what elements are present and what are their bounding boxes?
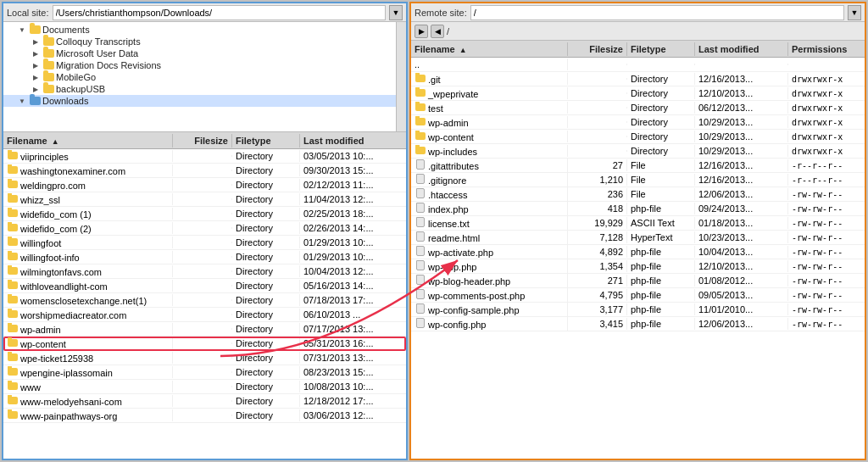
right-file-modified: 12/10/2013... [695,260,788,272]
right-file-row[interactable]: wp-app.php1,354php-file12/10/2013...-rw-… [411,259,865,274]
left-file-modified: 02/25/2013 18:... [300,208,393,220]
right-file-row[interactable]: .gitDirectory12/16/2013...drwxrwxr-x [411,72,865,86]
left-file-name: widefido_com (2) [3,222,173,235]
right-file-row[interactable]: testDirectory06/12/2013...drwxrwxr-x [411,101,865,115]
left-file-row[interactable]: wpengine-iplassomainDirectory08/23/2013 … [3,365,406,380]
right-file-row[interactable]: wp-adminDirectory10/29/2013...drwxrwxr-x [411,115,865,130]
file-icon [415,231,426,242]
left-col-filetype[interactable]: Filetype [232,134,300,148]
right-site-input[interactable] [470,5,844,20]
nav-path-slash: / [447,26,449,36]
left-site-input[interactable] [53,5,386,20]
left-file-row[interactable]: willingfoot-infoDirectory01/29/2013 10:.… [3,250,406,264]
left-file-row[interactable]: washingtonexaminer.comDirectory09/30/201… [3,164,406,178]
right-file-name: .gitattributes [411,159,568,172]
tree-item-backup[interactable]: ▶ backupUSB [3,83,406,95]
left-file-row[interactable]: willingfootDirectory01/29/2013 10:... [3,236,406,250]
right-file-type: php-file [627,303,695,315]
left-file-row[interactable]: widefido_com (1)Directory02/25/2013 18:.… [3,207,406,221]
tree-item-documents[interactable]: ▼ Documents [3,24,406,36]
tree-item-mobilego[interactable]: ▶ MobileGo [3,71,406,83]
right-file-type: HyperText [627,231,695,243]
right-file-row[interactable]: license.txt19,929ASCII Text01/18/2013...… [411,216,865,231]
right-col-filesize[interactable]: Filesize [568,42,627,56]
folder-icon [7,252,19,262]
left-file-size [173,155,232,157]
tree-item-downloads[interactable]: ▼ Downloads [3,95,406,107]
nav-play-btn[interactable]: ▶ [415,25,428,38]
left-file-row[interactable]: whizz_sslDirectory11/04/2013 12:... [3,192,406,207]
right-file-row[interactable]: .htaccess236File12/06/2013...-rw-rw-r-- [411,187,865,202]
left-site-dropdown[interactable]: ▼ [389,5,403,20]
left-file-modified: 05/16/2013 14:... [300,280,393,292]
expand-backup[interactable]: ▶ [31,84,41,94]
folder-icon-documents [29,25,41,35]
left-col-filename[interactable]: Filename ▲ [3,134,173,148]
tree-item-colloquy[interactable]: ▶ Colloquy Transcripts [3,36,406,47]
left-file-row[interactable]: widefido_com (2)Directory02/26/2013 14:.… [3,221,406,236]
folder-icon [7,338,19,348]
right-file-row[interactable]: .gitignore1,210File12/16/2013...-r--r--r… [411,173,865,187]
left-file-modified: 07/31/2013 13:... [300,352,393,364]
expand-downloads[interactable]: ▼ [17,96,27,106]
left-file-row[interactable]: wwwDirectory10/08/2013 10:... [3,380,406,394]
left-file-row[interactable]: wp-adminDirectory07/17/2013 13:... [3,322,406,337]
right-col-modified[interactable]: Last modified [695,42,788,56]
expand-microsoft[interactable]: ▶ [31,48,41,58]
left-file-name: womensclosetexchange.net(1) [3,294,173,307]
left-file-row[interactable]: withloveandlight-comDirectory05/16/2013 … [3,279,406,293]
right-file-name: wp-activate.php [411,245,568,259]
right-file-perms: -rw-rw-r-- [788,319,865,330]
left-file-row[interactable]: www-painpathways-orgDirectory03/06/2013 … [3,409,406,423]
left-file-type: Directory [232,237,300,248]
right-file-row[interactable]: _wpeprivateDirectory12/10/2013...drwxrwx… [411,86,865,101]
right-file-row[interactable]: wp-config.php3,415php-file12/06/2013...-… [411,317,865,331]
right-file-row[interactable]: wp-config-sample.php3,177php-file11/01/2… [411,303,865,317]
left-file-row[interactable]: weldingpro.comDirectory02/12/2013 11:... [3,178,406,192]
folder-icon [7,180,19,190]
right-file-row[interactable]: wp-activate.php4,892php-file10/04/2013..… [411,245,865,259]
file-icon [415,188,426,198]
expand-colloquy[interactable]: ▶ [31,36,41,47]
right-file-row[interactable]: index.php418php-file09/24/2013...-rw-rw-… [411,202,865,216]
right-file-row[interactable]: wp-contentDirectory10/29/2013...drwxrwxr… [411,130,865,144]
left-file-row[interactable]: wp-contentDirectory05/31/2013 16:... [3,337,406,351]
right-col-perms[interactable]: Permissions [788,42,865,56]
nav-back-btn[interactable]: ◀ [431,25,444,38]
tree-scrollbar[interactable] [396,22,406,131]
left-col-filesize[interactable]: Filesize [173,134,232,148]
left-file-row[interactable]: worshipmediacreator.comDirectory06/10/20… [3,308,406,322]
left-col-modified[interactable]: Last modified [300,134,393,148]
left-file-row[interactable]: wpe-ticket125938Directory07/31/2013 13:.… [3,351,406,365]
folder-icon [7,353,19,363]
folder-icon-migration [42,60,54,70]
right-file-row[interactable]: .gitattributes27File12/16/2013...-r--r--… [411,159,865,173]
tree-item-microsoft[interactable]: ▶ Microsoft User Data [3,47,406,59]
left-file-row[interactable]: womensclosetexchange.net(1)Directory07/1… [3,293,406,308]
left-file-modified: 02/12/2013 11:... [300,179,393,191]
tree-label-mobilego: MobileGo [56,72,96,82]
folder-icon [7,194,19,204]
right-file-row[interactable]: .. [411,58,865,72]
left-file-row[interactable]: viiprinciplesDirectory03/05/2013 10:... [3,149,406,164]
tree-item-migration[interactable]: ▶ Migration Docs Revisions [3,59,406,71]
expand-migration[interactable]: ▶ [31,60,41,70]
right-file-row[interactable]: wp-comments-post.php4,795php-file09/05/2… [411,288,865,303]
left-file-row[interactable]: www-melodyehsani-comDirectory12/18/2012 … [3,394,406,409]
folder-icon [7,151,19,161]
right-file-row[interactable]: wp-blog-header.php271php-file01/08/2012.… [411,274,865,288]
expand-mobilego[interactable]: ▶ [31,72,41,82]
right-col-filetype[interactable]: Filetype [627,42,695,56]
left-file-name: wilmingtonfavs.com [3,265,173,278]
right-col-filename[interactable]: Filename ▲ [411,42,568,56]
left-file-row[interactable]: wilmingtonfavs.comDirectory10/04/2013 12… [3,264,406,279]
right-file-perms: -rw-rw-r-- [788,290,865,301]
left-file-size [173,256,232,258]
folder-icon [7,237,19,248]
right-file-row[interactable]: wp-includesDirectory10/29/2013...drwxrwx… [411,144,865,159]
right-file-row[interactable]: readme.html7,128HyperText10/23/2013...-r… [411,231,865,245]
right-site-dropdown[interactable]: ▼ [848,5,861,20]
folder-icon [7,281,19,291]
right-file-type: File [627,188,695,200]
expand-documents[interactable]: ▼ [17,25,27,35]
